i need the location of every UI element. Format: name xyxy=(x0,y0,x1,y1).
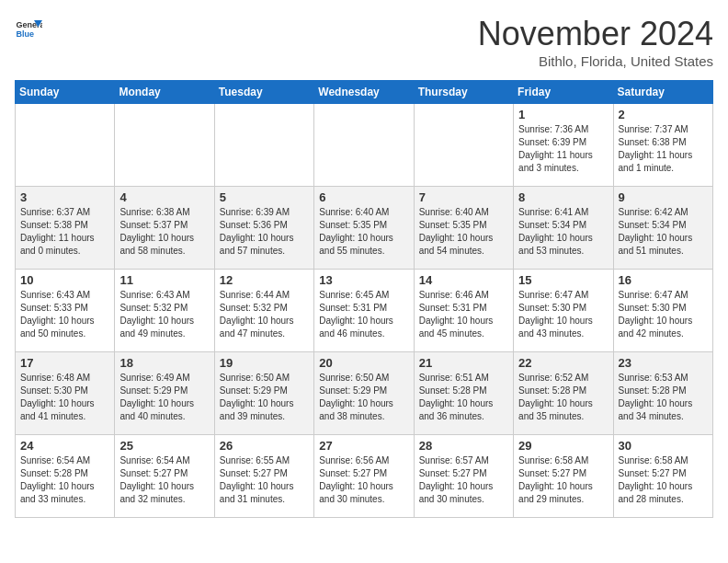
day-number: 15 xyxy=(518,273,608,287)
calendar-cell: 3Sunrise: 6:37 AM Sunset: 5:38 PM Daylig… xyxy=(16,187,115,270)
calendar-cell: 8Sunrise: 6:41 AM Sunset: 5:34 PM Daylig… xyxy=(514,187,613,270)
day-info: Sunrise: 6:53 AM Sunset: 5:28 PM Dayligh… xyxy=(619,372,708,423)
day-number: 8 xyxy=(518,190,608,204)
page-header: General Blue November 2024 Bithlo, Flori… xyxy=(15,15,713,69)
week-row-1: 1Sunrise: 7:36 AM Sunset: 6:39 PM Daylig… xyxy=(16,104,713,187)
calendar-cell: 19Sunrise: 6:50 AM Sunset: 5:29 PM Dayli… xyxy=(214,352,313,435)
calendar-table: SundayMondayTuesdayWednesdayThursdayFrid… xyxy=(15,80,713,518)
logo: General Blue xyxy=(15,15,42,42)
day-info: Sunrise: 6:37 AM Sunset: 5:38 PM Dayligh… xyxy=(20,206,109,258)
day-number: 12 xyxy=(220,273,309,287)
calendar-cell: 29Sunrise: 6:58 AM Sunset: 5:27 PM Dayli… xyxy=(514,435,613,518)
weekday-friday: Friday xyxy=(514,81,613,104)
day-number: 27 xyxy=(319,439,408,453)
day-number: 19 xyxy=(220,356,309,370)
calendar-body: 1Sunrise: 7:36 AM Sunset: 6:39 PM Daylig… xyxy=(16,104,713,518)
calendar-cell: 11Sunrise: 6:43 AM Sunset: 5:32 PM Dayli… xyxy=(115,270,214,352)
title-block: November 2024 Bithlo, Florida, United St… xyxy=(478,15,713,69)
day-info: Sunrise: 6:40 AM Sunset: 5:35 PM Dayligh… xyxy=(419,206,508,258)
week-row-3: 10Sunrise: 6:43 AM Sunset: 5:33 PM Dayli… xyxy=(16,270,713,352)
day-info: Sunrise: 6:38 AM Sunset: 5:37 PM Dayligh… xyxy=(119,206,209,258)
day-info: Sunrise: 6:55 AM Sunset: 5:27 PM Dayligh… xyxy=(220,454,309,506)
calendar-cell: 2Sunrise: 7:37 AM Sunset: 6:38 PM Daylig… xyxy=(613,104,712,187)
calendar-cell: 25Sunrise: 6:54 AM Sunset: 5:27 PM Dayli… xyxy=(115,435,214,518)
day-number: 17 xyxy=(20,356,109,370)
calendar-cell: 10Sunrise: 6:43 AM Sunset: 5:33 PM Dayli… xyxy=(16,270,115,352)
calendar-cell: 30Sunrise: 6:58 AM Sunset: 5:27 PM Dayli… xyxy=(613,435,712,518)
calendar-cell: 17Sunrise: 6:48 AM Sunset: 5:30 PM Dayli… xyxy=(16,352,115,435)
calendar-cell: 4Sunrise: 6:38 AM Sunset: 5:37 PM Daylig… xyxy=(115,187,214,270)
calendar-cell: 27Sunrise: 6:56 AM Sunset: 5:27 PM Dayli… xyxy=(314,435,414,518)
calendar-cell: 13Sunrise: 6:45 AM Sunset: 5:31 PM Dayli… xyxy=(314,270,414,352)
calendar-cell: 7Sunrise: 6:40 AM Sunset: 5:35 PM Daylig… xyxy=(414,187,513,270)
weekday-thursday: Thursday xyxy=(414,81,513,104)
calendar-cell: 22Sunrise: 6:52 AM Sunset: 5:28 PM Dayli… xyxy=(514,352,613,435)
day-number: 29 xyxy=(518,439,608,453)
calendar-cell: 20Sunrise: 6:50 AM Sunset: 5:29 PM Dayli… xyxy=(314,352,414,435)
month-title: November 2024 xyxy=(478,15,713,53)
day-info: Sunrise: 6:40 AM Sunset: 5:35 PM Dayligh… xyxy=(319,206,408,258)
day-number: 3 xyxy=(20,190,109,204)
calendar-cell: 6Sunrise: 6:40 AM Sunset: 5:35 PM Daylig… xyxy=(314,187,414,270)
day-info: Sunrise: 6:39 AM Sunset: 5:36 PM Dayligh… xyxy=(220,206,309,258)
day-info: Sunrise: 6:56 AM Sunset: 5:27 PM Dayligh… xyxy=(319,454,408,506)
day-info: Sunrise: 6:49 AM Sunset: 5:29 PM Dayligh… xyxy=(119,372,209,423)
calendar-cell: 12Sunrise: 6:44 AM Sunset: 5:32 PM Dayli… xyxy=(214,270,313,352)
day-number: 13 xyxy=(319,273,408,287)
day-info: Sunrise: 6:43 AM Sunset: 5:32 PM Dayligh… xyxy=(119,289,209,340)
calendar-cell: 21Sunrise: 6:51 AM Sunset: 5:28 PM Dayli… xyxy=(414,352,513,435)
weekday-tuesday: Tuesday xyxy=(214,81,313,104)
day-number: 7 xyxy=(419,190,508,204)
week-row-5: 24Sunrise: 6:54 AM Sunset: 5:28 PM Dayli… xyxy=(16,435,713,518)
day-info: Sunrise: 6:47 AM Sunset: 5:30 PM Dayligh… xyxy=(518,289,608,340)
calendar-cell xyxy=(414,104,513,187)
calendar-cell: 9Sunrise: 6:42 AM Sunset: 5:34 PM Daylig… xyxy=(613,187,712,270)
calendar-cell xyxy=(115,104,214,187)
day-number: 5 xyxy=(220,190,309,204)
day-number: 24 xyxy=(20,439,109,453)
calendar-cell: 16Sunrise: 6:47 AM Sunset: 5:30 PM Dayli… xyxy=(613,270,712,352)
day-number: 22 xyxy=(518,356,608,370)
day-info: Sunrise: 6:54 AM Sunset: 5:28 PM Dayligh… xyxy=(20,454,109,506)
day-info: Sunrise: 6:50 AM Sunset: 5:29 PM Dayligh… xyxy=(319,372,408,423)
day-number: 14 xyxy=(419,273,508,287)
calendar-cell: 23Sunrise: 6:53 AM Sunset: 5:28 PM Dayli… xyxy=(613,352,712,435)
day-number: 6 xyxy=(319,190,408,204)
day-number: 25 xyxy=(119,439,209,453)
day-info: Sunrise: 6:52 AM Sunset: 5:28 PM Dayligh… xyxy=(518,372,608,423)
day-number: 28 xyxy=(419,439,508,453)
calendar-cell: 14Sunrise: 6:46 AM Sunset: 5:31 PM Dayli… xyxy=(414,270,513,352)
logo-icon: General Blue xyxy=(15,15,42,42)
calendar-cell: 15Sunrise: 6:47 AM Sunset: 5:30 PM Dayli… xyxy=(514,270,613,352)
day-info: Sunrise: 6:54 AM Sunset: 5:27 PM Dayligh… xyxy=(119,454,209,506)
day-number: 2 xyxy=(619,108,708,121)
location: Bithlo, Florida, United States xyxy=(478,53,713,69)
day-number: 10 xyxy=(20,273,109,287)
day-number: 9 xyxy=(619,190,708,204)
day-info: Sunrise: 6:50 AM Sunset: 5:29 PM Dayligh… xyxy=(220,372,309,423)
weekday-monday: Monday xyxy=(115,81,214,104)
day-info: Sunrise: 6:48 AM Sunset: 5:30 PM Dayligh… xyxy=(20,372,109,423)
calendar-cell: 26Sunrise: 6:55 AM Sunset: 5:27 PM Dayli… xyxy=(214,435,313,518)
day-number: 18 xyxy=(119,356,209,370)
day-number: 4 xyxy=(119,190,209,204)
day-info: Sunrise: 6:57 AM Sunset: 5:27 PM Dayligh… xyxy=(419,454,508,506)
calendar-cell xyxy=(214,104,313,187)
day-info: Sunrise: 6:44 AM Sunset: 5:32 PM Dayligh… xyxy=(220,289,309,340)
day-info: Sunrise: 6:58 AM Sunset: 5:27 PM Dayligh… xyxy=(518,454,608,506)
weekday-sunday: Sunday xyxy=(16,81,115,104)
week-row-4: 17Sunrise: 6:48 AM Sunset: 5:30 PM Dayli… xyxy=(16,352,713,435)
day-info: Sunrise: 6:51 AM Sunset: 5:28 PM Dayligh… xyxy=(419,372,508,423)
day-number: 21 xyxy=(419,356,508,370)
calendar-cell: 5Sunrise: 6:39 AM Sunset: 5:36 PM Daylig… xyxy=(214,187,313,270)
day-info: Sunrise: 6:47 AM Sunset: 5:30 PM Dayligh… xyxy=(619,289,708,340)
day-info: Sunrise: 7:36 AM Sunset: 6:39 PM Dayligh… xyxy=(518,123,608,175)
day-info: Sunrise: 7:37 AM Sunset: 6:38 PM Dayligh… xyxy=(619,123,708,175)
week-row-2: 3Sunrise: 6:37 AM Sunset: 5:38 PM Daylig… xyxy=(16,187,713,270)
day-number: 26 xyxy=(220,439,309,453)
calendar-cell xyxy=(16,104,115,187)
day-info: Sunrise: 6:45 AM Sunset: 5:31 PM Dayligh… xyxy=(319,289,408,340)
calendar-cell: 24Sunrise: 6:54 AM Sunset: 5:28 PM Dayli… xyxy=(16,435,115,518)
day-number: 20 xyxy=(319,356,408,370)
weekday-wednesday: Wednesday xyxy=(314,81,414,104)
